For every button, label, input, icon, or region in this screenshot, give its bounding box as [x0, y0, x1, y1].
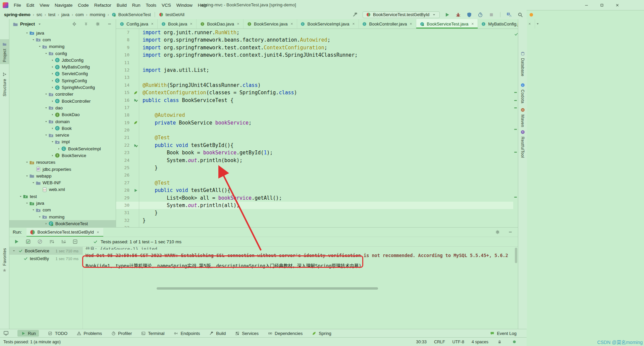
sidebar-tab-maven[interactable]: mMaven [518, 105, 527, 129]
toolwindow-button-run[interactable]: Run [17, 330, 39, 337]
tree-expand-icon[interactable] [44, 105, 48, 110]
tree-expand-icon[interactable] [44, 133, 48, 138]
tree-item-java[interactable]: java [9, 30, 116, 36]
toolwindow-button-terminal[interactable]: Terminal [141, 330, 164, 337]
close-tab-icon[interactable] [528, 22, 532, 26]
editor-tab-config.java[interactable]: CConfig.java [116, 19, 158, 29]
toolwindow-button-profiler[interactable]: Profiler [111, 330, 132, 337]
menu-code[interactable]: Code [75, 1, 91, 9]
sort-desc-button[interactable] [60, 238, 67, 245]
close-tab-icon[interactable] [471, 22, 475, 26]
tree-item-domain[interactable]: domain [9, 118, 116, 125]
close-tab-icon[interactable] [189, 22, 193, 26]
chevron-down-icon[interactable] [535, 21, 540, 27]
check-box-button[interactable] [24, 238, 32, 245]
profiler-button[interactable] [477, 11, 484, 18]
event-log-button[interactable]: Event Log [489, 329, 517, 338]
tree-item-webapp[interactable]: webapp [9, 172, 116, 179]
menu-run[interactable]: Run [129, 1, 143, 9]
tree-item-moming[interactable]: moming [9, 43, 116, 50]
run-ok-gutter-icon[interactable] [132, 97, 139, 104]
console-hscrollbar[interactable] [157, 287, 378, 290]
menu-file[interactable]: File [11, 1, 24, 9]
status-item[interactable]: 4 spaces [472, 340, 488, 344]
tree-expand-icon[interactable] [37, 44, 42, 49]
tree-item-web-inf[interactable]: WEB-INF [9, 180, 116, 186]
tree-item-controller[interactable]: controller [9, 91, 116, 98]
run-button[interactable] [13, 238, 20, 245]
stop-button[interactable] [488, 11, 495, 18]
menu-refactor[interactable]: Refactor [92, 1, 114, 9]
tree-item-bookcontroller[interactable]: CBookController [9, 98, 116, 104]
menu-tools[interactable]: Tools [143, 1, 159, 9]
close-tab-icon[interactable] [290, 22, 294, 26]
menu-navigate[interactable]: Navigate [52, 1, 75, 9]
menu-edit[interactable]: Edit [24, 1, 37, 9]
tree-expand-icon[interactable] [44, 119, 48, 124]
tree-expand-icon[interactable] [24, 31, 29, 35]
console-vscrollbar[interactable] [515, 248, 517, 263]
close-icon[interactable] [96, 230, 100, 234]
editor-scrollbar[interactable] [513, 29, 518, 227]
breadcrumb-class[interactable]: CBookServiceTest [111, 12, 151, 17]
status-item[interactable]: UTF-8 [452, 340, 464, 344]
tree-item-com[interactable]: com [9, 207, 116, 213]
chevron-down-icon[interactable] [37, 21, 42, 27]
breadcrumb-method[interactable]: testGetAll [159, 12, 184, 17]
leaf-gutter-icon[interactable] [132, 89, 139, 96]
close-tab-icon[interactable] [409, 22, 413, 26]
code-editor[interactable]: 7import org.junit.runner.RunWith;8import… [116, 29, 513, 227]
toolwindow-button-dependencies[interactable]: Dependencies [267, 330, 303, 337]
sidebar-tab-database[interactable]: Database [518, 49, 527, 79]
toolwindow-button-spring[interactable]: Spring [311, 330, 331, 337]
tree-expand-icon[interactable] [11, 249, 16, 253]
tree-item-impl[interactable]: impl [9, 139, 116, 145]
breadcrumb-item[interactable]: moming [90, 12, 105, 17]
close-tab-icon[interactable] [236, 22, 240, 26]
hide-button[interactable] [106, 20, 113, 28]
tree-item-web.xml[interactable]: </>web.xml [9, 186, 116, 193]
status-item[interactable]: 30:33 [416, 340, 427, 344]
tree-collapse-icon[interactable] [50, 126, 55, 131]
tree-collapse-icon[interactable] [50, 112, 55, 117]
tool-switcher-icon[interactable] [3, 331, 9, 336]
menu-view[interactable]: View [37, 1, 52, 9]
breadcrumb-item[interactable]: spring-demo [4, 12, 31, 17]
tree-item-test[interactable]: test [9, 193, 116, 200]
leaf-gutter-icon[interactable] [132, 119, 139, 127]
tree-collapse-icon[interactable] [50, 99, 55, 103]
run-button[interactable] [443, 11, 451, 18]
search-button[interactable] [517, 11, 524, 18]
breadcrumb-item[interactable]: src [37, 12, 42, 17]
toolwindow-button-endpoints[interactable]: Endpoints [173, 330, 200, 337]
collapse-button[interactable] [71, 238, 79, 245]
menu-build[interactable]: Build [114, 1, 129, 9]
toolwindow-button-todo[interactable]: TODO [48, 330, 67, 337]
status-item[interactable]: CRLF [434, 340, 445, 344]
collapse-all-button[interactable] [82, 20, 90, 28]
debug-button[interactable] [454, 11, 462, 18]
run-ok-gutter-icon[interactable] [132, 142, 139, 149]
tree-collapse-icon[interactable] [50, 58, 55, 62]
settings-button[interactable] [94, 20, 101, 28]
tree-collapse-icon[interactable] [50, 153, 55, 158]
sidebar-tab-restfultool[interactable]: RRestfulTool [518, 127, 527, 160]
sidebar-tab-structure[interactable]: Structure [0, 69, 9, 98]
tree-item-book[interactable]: CBook [9, 125, 116, 132]
editor-tab-bookdao.java[interactable]: IBookDao.java [197, 19, 244, 29]
breadcrumb-item[interactable]: test [48, 12, 55, 17]
sidebar-tab-favorites[interactable]: Favorites [0, 246, 9, 275]
sidebar-tab-codota[interactable]: cCodota [518, 80, 527, 105]
tree-item-dao[interactable]: dao [9, 104, 116, 111]
run-gutter-icon[interactable] [132, 187, 139, 194]
window-close-button[interactable] [609, 0, 625, 10]
translate-button[interactable]: 文A [505, 11, 513, 18]
hide-button[interactable] [506, 229, 514, 236]
editor-tab-bookservice.java[interactable]: IBookService.java [244, 19, 297, 29]
sort-asc-button[interactable] [48, 238, 55, 245]
tree-expand-icon[interactable] [31, 208, 36, 212]
tree-collapse-icon[interactable] [44, 221, 48, 226]
tree-item-bookservicetest[interactable]: CBookServiceTest [9, 220, 116, 227]
tree-item-java[interactable]: java [9, 200, 116, 206]
tree-item-resources[interactable]: resources [9, 159, 116, 166]
